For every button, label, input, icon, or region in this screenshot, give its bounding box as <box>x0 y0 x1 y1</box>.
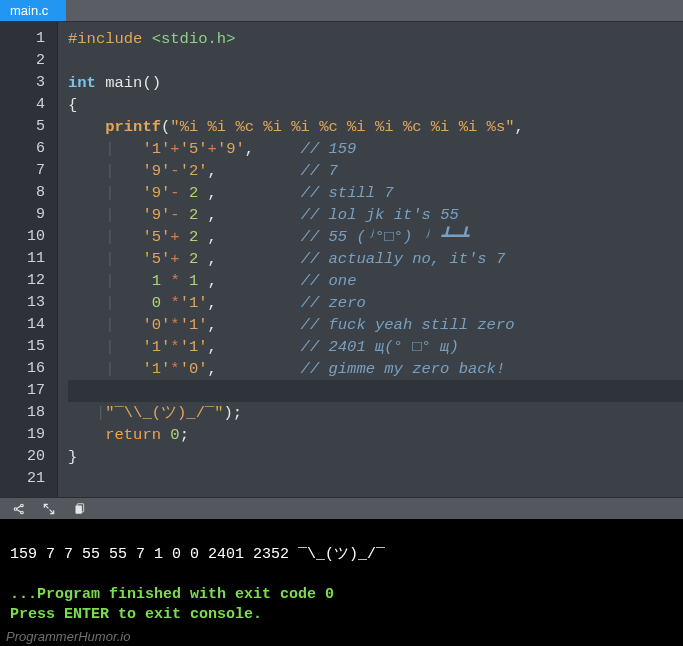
svg-point-2 <box>21 511 24 514</box>
tab-main-c[interactable]: main.c <box>0 0 66 21</box>
line-number: 14 <box>0 314 57 336</box>
code-area[interactable]: #include <stdio.h>int main(){ printf("%i… <box>58 22 683 497</box>
line-number: 7 <box>0 160 57 182</box>
code-line <box>68 468 683 490</box>
tab-strip: main.c <box>0 0 683 22</box>
code-line: return 0; <box>68 424 683 446</box>
line-number: 19 <box>0 424 57 446</box>
line-number: 21 <box>0 468 57 490</box>
terminal-finished: ...Program finished with exit code 0 <box>10 586 334 603</box>
editor: 123456789101112131415161718192021 #inclu… <box>0 22 683 497</box>
line-number: 9 <box>0 204 57 226</box>
line-number: 5 <box>0 116 57 138</box>
svg-point-1 <box>21 504 24 507</box>
line-number: 12 <box>0 270 57 292</box>
svg-rect-3 <box>76 505 82 513</box>
terminal[interactable]: 159 7 7 55 55 7 1 0 0 2401 2352 ‾\_(ツ)_/… <box>0 519 683 627</box>
line-number: 4 <box>0 94 57 116</box>
code-line: | '1'*'1', // 2401 щ(° □° щ) <box>68 336 683 358</box>
line-number: 2 <box>0 50 57 72</box>
code-line: printf("%i %i %c %i %i %c %i %i %c %i %i… <box>68 116 683 138</box>
code-line: | '9'-'2', // 7 <box>68 160 683 182</box>
gutter: 123456789101112131415161718192021 <box>0 22 58 497</box>
code-line: |"‾\\_(ツ)_/‾"); <box>68 380 683 402</box>
expand-icon[interactable] <box>42 502 56 516</box>
code-line: } <box>68 446 683 468</box>
svg-point-0 <box>14 507 17 510</box>
line-number: 16 <box>0 358 57 380</box>
terminal-prompt: Press ENTER to exit console. <box>10 606 262 623</box>
line-number: 10 <box>0 226 57 248</box>
code-line: | '5'+ 2 , // actually no, it's 7 <box>68 248 683 270</box>
line-number: 18 <box>0 402 57 424</box>
code-line: #include <stdio.h> <box>68 28 683 50</box>
line-number: 1 <box>0 28 57 50</box>
code-line <box>68 50 683 72</box>
code-line: | 1 * 1 , // one <box>68 270 683 292</box>
line-number: 17 <box>0 380 57 402</box>
code-line: | '1'*'0', // gimme my zero back! <box>68 358 683 380</box>
code-line: | '1'+'5'+'9', // 159 <box>68 138 683 160</box>
code-line: | '9'- 2 , // still 7 <box>68 182 683 204</box>
share-icon[interactable] <box>12 502 26 516</box>
terminal-toolbar <box>0 497 683 519</box>
line-number: 15 <box>0 336 57 358</box>
line-number: 11 <box>0 248 57 270</box>
line-number: 3 <box>0 72 57 94</box>
line-number: 6 <box>0 138 57 160</box>
code-line: int main() <box>68 72 683 94</box>
code-line: | '0'*'1', // fuck yeah still zero <box>68 314 683 336</box>
line-number: 20 <box>0 446 57 468</box>
terminal-output: 159 7 7 55 55 7 1 0 0 2401 2352 ‾\_(ツ)_/… <box>10 546 385 563</box>
code-line: | '5'+ 2 , // 55 (ʲ°□°) ʲ ┻━┻ <box>68 226 683 248</box>
editor-window: main.c 123456789101112131415161718192021… <box>0 0 683 646</box>
code-line: | '9'- 2 , // lol jk it's 55 <box>68 204 683 226</box>
line-number: 13 <box>0 292 57 314</box>
copy-icon[interactable] <box>72 502 86 516</box>
line-number: 8 <box>0 182 57 204</box>
code-line: { <box>68 94 683 116</box>
tab-label: main.c <box>10 3 48 18</box>
watermark: ProgrammerHumor.io <box>0 627 683 646</box>
code-line: | 0 *'1', // zero <box>68 292 683 314</box>
